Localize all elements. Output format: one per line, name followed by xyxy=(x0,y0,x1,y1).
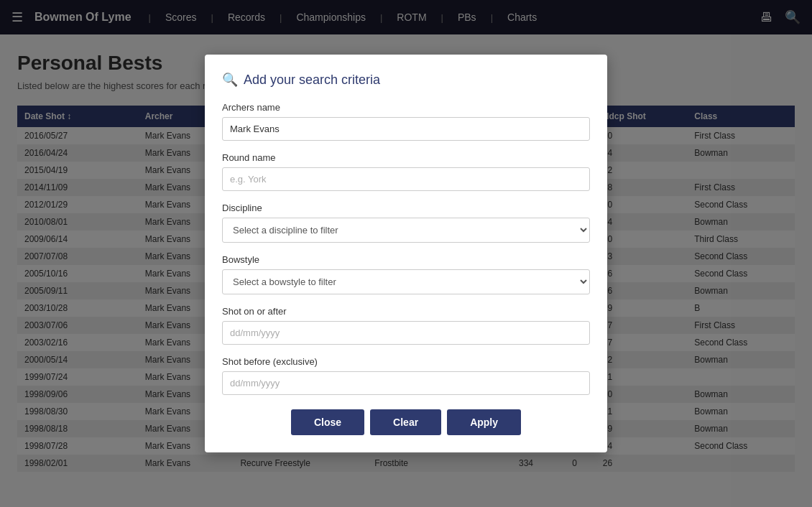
discipline-select[interactable]: Select a discipline to filter xyxy=(222,218,590,243)
modal-title-text: Add your search criteria xyxy=(244,73,380,88)
round-name-label: Round name xyxy=(222,152,590,163)
modal-title: 🔍 Add your search criteria xyxy=(222,72,590,88)
apply-button[interactable]: Apply xyxy=(447,409,521,435)
shot-on-or-after-input[interactable] xyxy=(222,321,590,345)
bowstyle-group: Bowstyle Select a bowstyle to filter xyxy=(222,254,590,294)
clear-button[interactable]: Clear xyxy=(370,409,441,435)
archers-name-label: Archers name xyxy=(222,102,590,113)
shot-on-or-after-group: Shot on or after xyxy=(222,306,590,345)
bowstyle-select[interactable]: Select a bowstyle to filter xyxy=(222,269,590,294)
modal-search-icon: 🔍 xyxy=(222,72,238,88)
bowstyle-label: Bowstyle xyxy=(222,254,590,265)
round-name-group: Round name xyxy=(222,152,590,191)
archers-name-group: Archers name xyxy=(222,102,590,141)
search-modal: 🔍 Add your search criteria Archers name … xyxy=(205,55,607,452)
discipline-label: Discipline xyxy=(222,203,590,213)
discipline-group: Discipline Select a discipline to filter xyxy=(222,203,590,243)
shot-before-label: Shot before (exclusive) xyxy=(222,356,590,367)
close-button[interactable]: Close xyxy=(291,409,364,435)
shot-before-group: Shot before (exclusive) xyxy=(222,356,590,395)
shot-on-or-after-label: Shot on or after xyxy=(222,306,590,317)
shot-before-input[interactable] xyxy=(222,371,590,395)
archers-name-input[interactable] xyxy=(222,117,590,141)
modal-overlay[interactable]: 🔍 Add your search criteria Archers name … xyxy=(0,0,812,489)
round-name-input[interactable] xyxy=(222,167,590,191)
modal-footer: Close Clear Apply xyxy=(222,409,590,435)
